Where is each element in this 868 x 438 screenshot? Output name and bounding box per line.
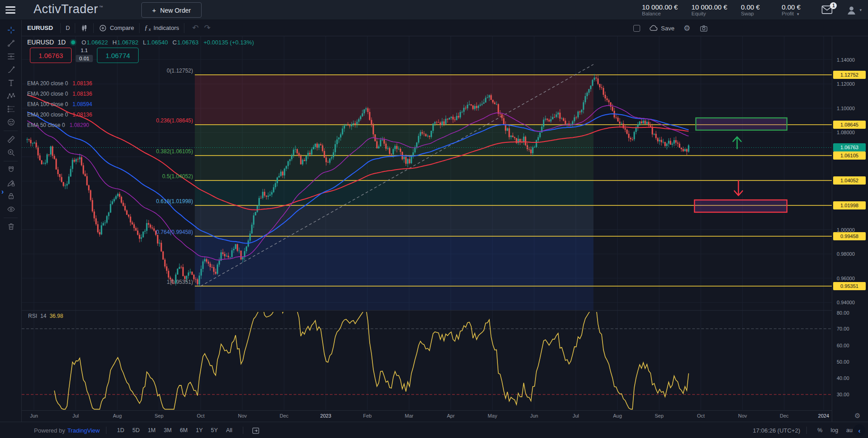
percent-scale-button[interactable]: % xyxy=(813,427,826,433)
new-order-button[interactable]: +New Order xyxy=(141,2,202,18)
fib-price-badge: 0.99458 xyxy=(833,232,866,240)
spread-indicator: 1.1 0.01 xyxy=(73,48,96,62)
range-button-3m[interactable]: 3M xyxy=(160,427,176,433)
panel-expand-chevron-icon[interactable]: › xyxy=(0,187,5,197)
log-scale-button[interactable]: log xyxy=(826,427,842,433)
time-tick-label: Oct xyxy=(197,413,204,419)
fib-retracement-icon[interactable] xyxy=(0,50,22,63)
ohlc-values: O1.06622H1.06782L1.06540C1.06763+0.00135… xyxy=(82,39,254,46)
top-bar: ActivTrader™ +New Order 10 000.00 €Balan… xyxy=(0,0,868,20)
market-status-dot xyxy=(71,40,75,44)
xabcd-pattern-icon[interactable] xyxy=(0,89,22,102)
forecast-icon[interactable] xyxy=(0,102,22,116)
legend-interval: 1D xyxy=(58,39,66,46)
buy-price-button[interactable]: 1.06774 xyxy=(97,48,139,63)
time-tick-label: 2024 xyxy=(818,413,829,419)
bottom-toolbar: Powered by TradingView 1D5D1M3M6M1Y5YAll… xyxy=(0,422,868,438)
fib-price-badge: 1.08645 xyxy=(833,121,866,129)
hide-all-icon[interactable] xyxy=(0,203,22,216)
price-tick-label: 0.96000 xyxy=(837,276,855,281)
crosshair-icon[interactable] xyxy=(0,24,22,37)
fib-level-label: 1(0.95351) xyxy=(167,278,193,286)
rsi-tick-label: 60.00 xyxy=(837,343,849,348)
clock[interactable]: 17:06:26 (UTC+2) xyxy=(753,427,800,434)
time-tick-label: Sep xyxy=(154,413,164,419)
mail-count-badge: 1 xyxy=(830,2,837,9)
fib-price-badge: 1.01998 xyxy=(833,201,866,209)
brush-icon[interactable] xyxy=(0,63,22,76)
mail-icon[interactable]: 1 xyxy=(821,5,833,15)
current-price-badge: 1.06763 xyxy=(833,143,866,151)
menu-icon[interactable] xyxy=(5,6,15,14)
price-tick-label: 1.08000 xyxy=(837,130,855,135)
settings-gear-icon[interactable]: ⚙ xyxy=(684,24,690,33)
price-tick-label: 1.12000 xyxy=(837,81,855,87)
indicator-legend-row[interactable]: EMA 200 close 01.08136 xyxy=(27,109,92,120)
zoom-in-icon[interactable] xyxy=(0,146,22,159)
range-button-6m[interactable]: 6M xyxy=(176,427,192,433)
collapse-chevron-icon[interactable]: ‹ xyxy=(854,424,865,436)
save-button[interactable]: Save xyxy=(649,24,675,33)
fib-level-label: 0.764(0.99458) xyxy=(156,229,193,236)
fib-level-label: 0.236(1.08645) xyxy=(156,117,193,124)
price-chart[interactable] xyxy=(0,0,868,438)
range-button-1y[interactable]: 1Y xyxy=(192,427,207,433)
price-tick-label: 1.10000 xyxy=(837,106,855,111)
layout-box-icon[interactable] xyxy=(633,25,640,32)
time-tick-label: Nov xyxy=(238,413,247,419)
time-tick-label: Feb xyxy=(363,413,372,419)
account-swap: 0.00 €Swap xyxy=(741,3,768,17)
range-button-5d[interactable]: 5D xyxy=(128,427,144,433)
sell-price-button[interactable]: 1.06763 xyxy=(30,48,72,63)
fib-level-label: 0(1.12752) xyxy=(167,67,193,74)
account-profit[interactable]: 0.00 €Profit▾ xyxy=(781,3,809,17)
symbol-button[interactable]: EURUSD xyxy=(27,24,55,31)
rsi-tick-label: 30.00 xyxy=(837,392,849,397)
magnet-icon[interactable] xyxy=(0,163,22,176)
emoji-icon[interactable] xyxy=(0,116,22,129)
time-tick-label: Jun xyxy=(30,413,38,419)
go-to-date-icon[interactable] xyxy=(251,426,260,435)
chart-style-button[interactable] xyxy=(80,24,88,32)
indicator-legend-row[interactable]: EMA 50 close 01.08290 xyxy=(27,120,92,130)
time-tick-label: Sep xyxy=(655,413,664,419)
redo-icon[interactable]: ↷ xyxy=(201,23,213,33)
range-button-all[interactable]: All xyxy=(222,427,236,433)
ohlc-item: O1.06622 xyxy=(82,39,108,46)
indicator-legend: EMA 200 close 01.08136EMA 200 close 01.0… xyxy=(27,78,92,130)
fib-price-badge: 1.12752 xyxy=(833,71,866,79)
range-button-1m[interactable]: 1M xyxy=(144,427,159,433)
remove-all-icon[interactable] xyxy=(0,220,22,233)
tradingview-link[interactable]: TradingView xyxy=(68,427,100,434)
indicator-legend-row[interactable]: EMA 100 close 01.08594 xyxy=(27,99,92,109)
interval-button[interactable]: D xyxy=(66,24,70,31)
range-buttons: 1D5D1M3M6M1Y5YAll xyxy=(113,427,236,433)
chart-legend[interactable]: EURUSD 1D O1.06622H1.06782L1.06540C1.067… xyxy=(27,39,254,46)
activtrader-app: ActivTrader™ +New Order 10 000.00 €Balan… xyxy=(0,0,868,438)
quote-panel: 1.06763 1.1 0.01 1.06774 xyxy=(30,48,139,63)
axis-settings-gear-icon[interactable]: ⚙ xyxy=(854,412,860,420)
measure-ruler-icon[interactable] xyxy=(0,133,22,146)
ohlc-item: H1.06782 xyxy=(112,39,138,46)
indicators-button[interactable]: ƒx Indicators xyxy=(145,24,179,32)
text-icon[interactable] xyxy=(0,76,22,89)
undo-icon[interactable]: ↶ xyxy=(189,23,201,33)
time-tick-label: Nov xyxy=(738,413,747,419)
toolbar-divider xyxy=(4,218,18,218)
indicator-legend-row[interactable]: EMA 200 close 01.08136 xyxy=(27,78,92,88)
screenshot-camera-icon[interactable] xyxy=(699,24,708,33)
range-button-1d[interactable]: 1D xyxy=(113,427,128,433)
range-button-5y[interactable]: 5Y xyxy=(207,427,222,433)
indicator-legend-row[interactable]: EMA 200 close 01.08136 xyxy=(27,88,92,99)
auto-scale-button[interactable]: au xyxy=(842,427,854,433)
account-summary: 10 000.00 €Balance10 000.00 €Equity0.00 … xyxy=(642,3,809,17)
compare-button[interactable]: Compare xyxy=(99,24,134,32)
rsi-tick-label: 40.00 xyxy=(837,375,849,381)
price-axis[interactable]: 1.140001.120001.100001.080001.000000.980… xyxy=(832,36,868,422)
time-axis[interactable]: JunJulAugSepOctNovDec2023FebMarAprMayJun… xyxy=(22,410,832,422)
time-tick-label: Jul xyxy=(573,413,579,419)
app-logo: ActivTrader™ xyxy=(34,2,103,16)
rsi-legend[interactable]: RSI 14 36.98 xyxy=(28,313,63,319)
trend-line-icon[interactable] xyxy=(0,37,22,50)
user-avatar[interactable]: ▾ xyxy=(846,5,862,16)
